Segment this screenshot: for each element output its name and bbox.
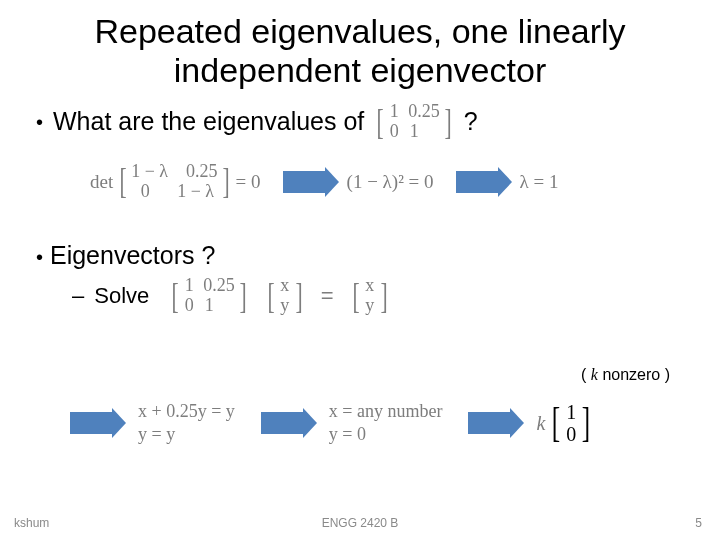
- matA-r1c1: 1: [388, 102, 400, 122]
- bullet-eigenvectors: • Eigenvectors ?: [36, 241, 690, 270]
- sM-r2c2: 1: [203, 296, 215, 316]
- kvec-r1: 1: [565, 401, 577, 423]
- arrow-icon: [283, 171, 325, 193]
- sub-bullet-text: Solve: [94, 283, 149, 309]
- matrix-a: [ 10.25 01 ]: [374, 102, 454, 142]
- arrow-icon: [261, 412, 303, 434]
- detM-r1c1: 1 − λ: [131, 162, 168, 182]
- solve-matrix: [ 10.25 01 ]: [169, 276, 249, 316]
- footer-author: kshum: [14, 516, 49, 530]
- detM-r1c2: 0.25: [186, 162, 218, 182]
- k-label: k: [536, 412, 545, 435]
- matA-r2c2: 1: [408, 122, 420, 142]
- sys1-l1: x + 0.25y = y: [138, 400, 235, 423]
- vxy-r2: y: [279, 296, 291, 316]
- note-close: nonzero ): [598, 366, 670, 383]
- sM-r1c2: 0.25: [203, 276, 235, 296]
- matA-r2c1: 0: [388, 122, 400, 142]
- detM-r2c2: 1 − λ: [177, 182, 214, 202]
- sys2-l2: y = 0: [329, 423, 443, 446]
- bullet-dot: •: [36, 246, 43, 268]
- det-eq-zero: = 0: [236, 171, 261, 193]
- system-2: x = any number y = 0: [329, 400, 443, 447]
- det-expression: det [ 1 − λ0.25 01 − λ ] = 0: [90, 162, 261, 202]
- question-mark: ?: [464, 107, 478, 136]
- vxy2-r2: y: [364, 296, 376, 316]
- footer-course: ENGG 2420 B: [322, 516, 399, 530]
- vxy2-r1: x: [364, 276, 376, 296]
- note-k: k: [591, 366, 598, 383]
- sM-r1c1: 1: [183, 276, 195, 296]
- sub-bullet-solve: – Solve [ 10.25 01 ] [ x y ] = [ x y ]: [72, 276, 690, 316]
- bullet2-text: Eigenvectors ?: [50, 241, 215, 269]
- sys2-l1: x = any number: [329, 400, 443, 423]
- char-equation: (1 − λ)² = 0: [347, 171, 434, 193]
- footer-page-number: 5: [695, 516, 702, 530]
- bullet-eigenvalues: • What are the eigenvalues of [ 10.25 01…: [36, 102, 690, 142]
- arrow-icon: [70, 412, 112, 434]
- matA-r1c2: 0.25: [408, 102, 440, 122]
- lambda-result: λ = 1: [520, 171, 559, 193]
- sys1-l2: y = y: [138, 423, 235, 446]
- determinant-row: det [ 1 − λ0.25 01 − λ ] = 0 (1 − λ)² = …: [90, 162, 690, 202]
- det-label: det: [90, 171, 113, 193]
- solve-row: x + 0.25y = y y = y x = any number y = 0…: [70, 400, 593, 447]
- kvec-r2: 0: [565, 423, 577, 445]
- sM-r2c1: 0: [183, 296, 195, 316]
- detM-r2c1: 0: [131, 182, 159, 202]
- page-title: Repeated eigenvalues, one linearly indep…: [30, 12, 690, 90]
- system-1: x + 0.25y = y y = y: [138, 400, 235, 447]
- vector-xy-right: [ x y ]: [350, 276, 390, 316]
- note-k-nonzero: ( k nonzero ): [581, 366, 670, 384]
- vector-xy-left: [ x y ]: [265, 276, 305, 316]
- arrow-icon: [456, 171, 498, 193]
- arrow-icon: [468, 412, 510, 434]
- vxy-r1: x: [279, 276, 291, 296]
- note-open: (: [581, 366, 591, 383]
- bullet-dot: •: [36, 112, 43, 132]
- bullet1-text: What are the eigenvalues of: [53, 107, 364, 136]
- k-vector: k [ 1 0 ]: [536, 401, 593, 445]
- equals-sign: =: [321, 283, 334, 309]
- dash-icon: –: [72, 283, 84, 309]
